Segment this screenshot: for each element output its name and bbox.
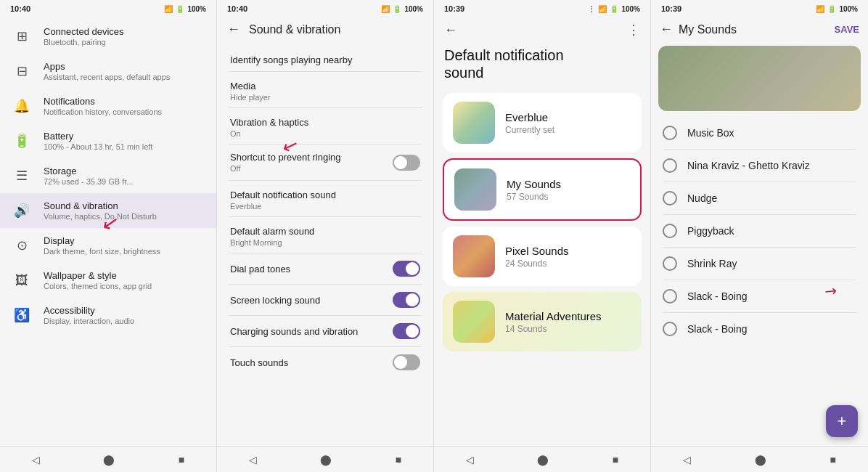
sidebar-item-connected-devices[interactable]: ⊞ Connected devices Bluetooth, pairing	[0, 19, 216, 54]
shrink-ray-option[interactable]: Shrink Ray	[651, 248, 868, 280]
fab-add-button[interactable]: +	[826, 405, 858, 437]
status-icons-3: ⋮ 📶 🔋 100%	[588, 5, 640, 13]
default-alarm-value: Bright Morning	[230, 238, 420, 247]
nav-recent-2[interactable]: ■	[396, 454, 401, 465]
touch-sounds-item[interactable]: Touch sounds	[217, 347, 433, 378]
sidebar-item-apps[interactable]: ⊟ Apps Assistant, recent apps, default a…	[0, 54, 216, 89]
status-bar-3: 10:39 ⋮ 📶 🔋 100%	[434, 0, 650, 16]
slack-boing-2-option[interactable]: Slack - Boing	[651, 313, 868, 345]
default-notification-item[interactable]: Default notification sound Everblue	[217, 181, 433, 216]
piggyback-option[interactable]: Piggyback	[651, 215, 868, 247]
media-value: Hide player	[230, 93, 420, 102]
default-alarm-label: Default alarm sound	[230, 226, 420, 237]
pixel-sounds-card[interactable]: Pixel Sounds 24 Sounds	[443, 227, 642, 286]
nav-home-4[interactable]: ⬤	[755, 454, 766, 465]
nina-kraviz-label: Nina Kraviz - Ghetto Kraviz	[687, 160, 810, 171]
piggyback-radio[interactable]	[663, 224, 677, 238]
nearby-share-item[interactable]: Identify songs playing nearby	[217, 46, 433, 71]
nav-home-1[interactable]: ⬤	[103, 454, 115, 465]
accessibility-subtitle: Display, interaction, audio	[44, 317, 134, 325]
my-sounds-header: ← My Sounds SAVE	[651, 16, 868, 43]
media-item[interactable]: Media Hide player	[217, 72, 433, 107]
music-box-label: Music Box	[687, 127, 734, 139]
touch-sounds-toggle[interactable]	[393, 354, 420, 370]
nav-home-3[interactable]: ⬤	[537, 454, 549, 465]
sidebar-item-storage[interactable]: ☰ Storage 72% used - 35.39 GB fr...	[0, 158, 216, 193]
sound-vibration-list: Identify songs playing nearby Media Hide…	[217, 43, 433, 446]
default-notification-label: Default notification sound	[230, 190, 420, 200]
touch-sounds-toggle-knob	[394, 356, 407, 369]
shortcut-label: Shortcut to prevent ringing	[230, 152, 340, 163]
screen-locking-item[interactable]: Screen locking sound	[217, 285, 433, 315]
notifications-title: Notifications	[44, 96, 162, 107]
dial-pad-label: Dial pad tones	[230, 264, 290, 274]
panel-sound-vibration: 10:40 📶 🔋 100% ← Sound & vibration Ident…	[217, 0, 434, 472]
back-button-3[interactable]: ←	[444, 23, 457, 38]
default-notification-value: Everblue	[230, 202, 420, 211]
shortcut-toggle[interactable]	[393, 155, 420, 171]
wallpaper-icon: 🖼	[12, 270, 32, 290]
music-box-radio[interactable]	[663, 126, 677, 140]
nav-back-2[interactable]: ◁	[249, 454, 257, 465]
nav-bar-1: ◁ ⬤ ■	[0, 446, 216, 472]
more-options-icon[interactable]: ⋮	[627, 22, 640, 38]
wallpaper-title: Wallpaper & style	[44, 270, 152, 281]
sidebar-item-accessibility[interactable]: ♿ Accessibility Display, interaction, au…	[0, 298, 216, 333]
status-bar-4: 10:39 📶 🔋 100%	[651, 0, 868, 16]
nav-back-3[interactable]: ◁	[466, 454, 474, 465]
back-button-2[interactable]: ←	[227, 22, 240, 37]
nav-recent-4[interactable]: ■	[830, 454, 836, 465]
nav-bar-3: ◁ ⬤ ■	[434, 446, 650, 472]
screen-locking-toggle-knob	[406, 293, 419, 306]
sidebar-item-battery[interactable]: 🔋 Battery 100% - About 13 hr, 51 min lef…	[0, 123, 216, 158]
everblue-card[interactable]: Everblue Currently set	[443, 93, 642, 152]
accessibility-icon: ♿	[12, 305, 32, 325]
apps-icon: ⊟	[12, 61, 32, 81]
screen-locking-toggle[interactable]	[393, 292, 420, 308]
slack-boing-2-radio[interactable]	[663, 322, 677, 336]
dial-pad-toggle[interactable]	[393, 261, 420, 277]
nav-recent-3[interactable]: ■	[613, 454, 618, 465]
status-bar-1: 10:40 📶 🔋 100%	[0, 0, 216, 16]
slack-boing-1-option[interactable]: Slack - Boing	[651, 280, 868, 312]
status-icons-4: 📶 🔋 100%	[816, 5, 858, 13]
default-alarm-item[interactable]: Default alarm sound Bright Morning	[217, 217, 433, 253]
nav-back-4[interactable]: ◁	[683, 454, 691, 465]
sidebar-item-notifications[interactable]: 🔔 Notifications Notification history, co…	[0, 89, 216, 123]
nav-home-2[interactable]: ⬤	[320, 454, 332, 465]
piggyback-label: Piggyback	[687, 225, 734, 237]
material-thumbnail	[453, 301, 495, 343]
nina-kraviz-radio[interactable]	[663, 158, 677, 173]
nav-recent-1[interactable]: ■	[179, 454, 184, 465]
slack-boing-1-radio[interactable]	[663, 289, 677, 304]
vibration-haptics-item[interactable]: Vibration & haptics On	[217, 108, 433, 144]
nudge-radio[interactable]	[663, 191, 677, 206]
my-sounds-card[interactable]: My Sounds 57 Sounds	[443, 158, 642, 221]
time-3: 10:39	[444, 4, 464, 13]
sidebar-item-sound[interactable]: 🔊 Sound & vibration Volume, haptics, Do …	[0, 193, 216, 228]
charging-sounds-toggle-knob	[406, 325, 419, 338]
sidebar-item-wallpaper[interactable]: 🖼 Wallpaper & style Colors, themed icons…	[0, 263, 216, 298]
everblue-name: Everblue	[505, 111, 554, 123]
panel-default-notification: 10:39 ⋮ 📶 🔋 100% ← ⋮ Default notificatio…	[434, 0, 651, 472]
music-box-option[interactable]: Music Box	[651, 117, 868, 149]
shrink-ray-radio[interactable]	[663, 256, 677, 271]
mysounds-name: My Sounds	[507, 178, 561, 190]
screen-locking-label: Screen locking sound	[230, 295, 320, 306]
nina-kraviz-option[interactable]: Nina Kraviz - Ghetto Kraviz	[651, 150, 868, 182]
nav-back-1[interactable]: ◁	[32, 454, 40, 465]
dial-pad-toggle-knob	[406, 262, 419, 275]
dial-pad-tones-item[interactable]: Dial pad tones	[217, 253, 433, 284]
panel-my-sounds: 10:39 📶 🔋 100% ← My Sounds SAVE Music Bo…	[651, 0, 868, 472]
save-button[interactable]: SAVE	[835, 24, 859, 35]
material-adventures-card[interactable]: Material Adventures 14 Sounds	[443, 292, 642, 351]
apps-title: Apps	[44, 61, 170, 72]
back-button-4[interactable]: ←	[660, 22, 673, 37]
charging-sounds-item[interactable]: Charging sounds and vibration	[217, 316, 433, 346]
charging-sounds-toggle[interactable]	[393, 323, 420, 339]
nudge-option[interactable]: Nudge	[651, 182, 868, 214]
shrink-ray-label: Shrink Ray	[687, 258, 737, 269]
nearby-share-label: Identify songs playing nearby	[230, 54, 420, 65]
shortcut-prevent-item[interactable]: Shortcut to prevent ringing Off	[217, 145, 433, 180]
sidebar-item-display[interactable]: ⊙ Display Dark theme, font size, brightn…	[0, 228, 216, 263]
